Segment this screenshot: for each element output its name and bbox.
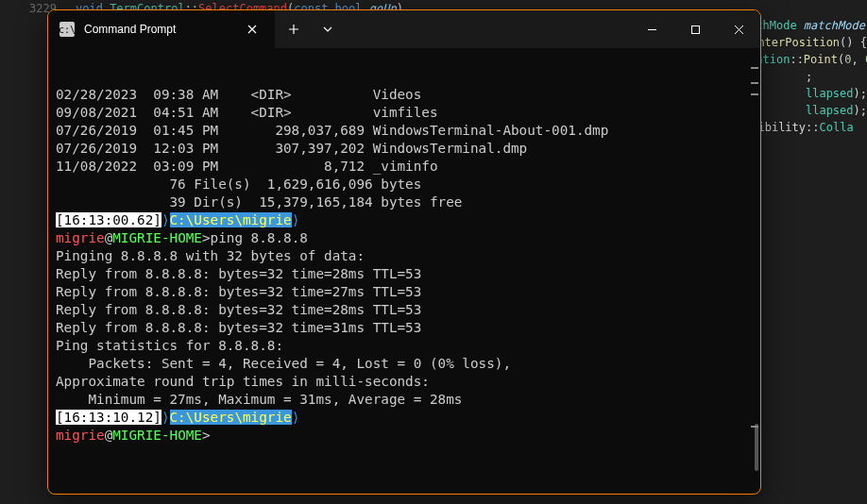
scroll-mark[interactable] (751, 67, 758, 69)
tab-close-button[interactable] (239, 16, 265, 42)
minimize-button[interactable] (630, 14, 673, 44)
tab-command-prompt[interactable]: c:\ Command Prompt (48, 10, 275, 48)
maximize-button[interactable] (673, 14, 717, 44)
cmd-icon: c:\ (60, 22, 75, 37)
scroll-mark[interactable] (751, 426, 758, 428)
scroll-mark[interactable] (751, 93, 758, 95)
terminal-output[interactable]: 02/28/2023 09:38 AM <DIR> Videos09/08/20… (48, 48, 760, 494)
scroll-mark[interactable] (751, 82, 758, 84)
new-tab-button[interactable] (279, 14, 309, 44)
tab-title: Command Prompt (84, 23, 230, 36)
close-button[interactable] (717, 14, 760, 44)
terminal-window: c:\ Command Prompt 02/28/2023 09:38 (47, 9, 761, 495)
scrollbar[interactable] (751, 48, 758, 494)
titlebar[interactable]: c:\ Command Prompt (48, 10, 760, 48)
window-controls (630, 14, 760, 44)
scrollbar-thumb[interactable] (755, 424, 758, 471)
tab-dropdown-button[interactable] (313, 14, 343, 44)
svg-rect-0 (691, 25, 699, 33)
